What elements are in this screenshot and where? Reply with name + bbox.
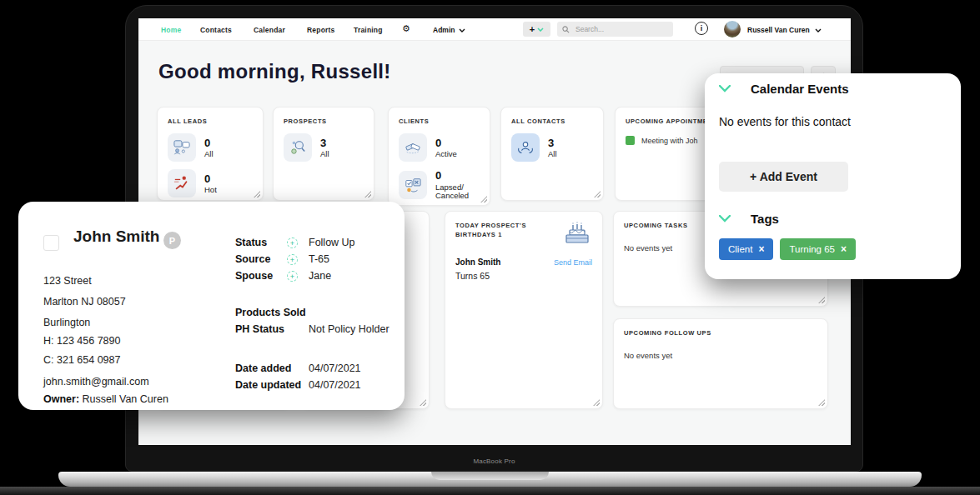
navbar: Home Contacts Calendar Reports Training … — [138, 18, 851, 41]
address-line: Marlton NJ 08057 — [43, 296, 126, 308]
add-circle-icon[interactable]: + — [287, 238, 298, 248]
stat-contacts-all[interactable]: 3 All — [511, 133, 593, 162]
search-box — [557, 22, 673, 37]
remove-tag-icon[interactable]: × — [841, 243, 847, 255]
event-label: Meeting with Joh — [641, 137, 698, 145]
contact-name: John Smith — [73, 228, 159, 246]
card-title: UPCOMING FOLLOW UPS — [624, 328, 817, 338]
macbook-base-shadow — [0, 487, 980, 495]
resize-handle[interactable] — [818, 297, 825, 303]
empty-state-text: No events yet — [624, 351, 817, 360]
field-label-spouse: Spouse — [235, 270, 273, 282]
date-added-value: 04/07/2021 — [309, 362, 361, 374]
stat-all-leads-hot[interactable]: 0 Hot — [168, 169, 253, 198]
add-event-button[interactable]: + Add Event — [719, 162, 848, 192]
stat-all-leads-all[interactable]: 0 All — [168, 133, 253, 162]
contact-checkbox[interactable] — [43, 235, 59, 251]
admin-label: Admin — [433, 26, 455, 34]
card-title: CLIENTS — [399, 117, 480, 126]
card-title: TODAY PROSPECT'S BIRTHDAYS 1 — [455, 221, 537, 240]
stat-label: Active — [435, 150, 457, 159]
contacts-care-icon — [511, 133, 540, 162]
field-label-status: Status — [235, 237, 267, 248]
nav-item-home[interactable]: Home — [161, 26, 181, 34]
plus-icon: + — [530, 25, 535, 34]
stat-value: 3 — [548, 137, 557, 150]
nav-item-admin[interactable]: Admin — [433, 26, 465, 34]
tags-list: Client × Turning 65 × — [719, 238, 856, 260]
owner-row: Owner: Russell Van Curen — [43, 393, 168, 405]
field-label-source: Source — [235, 253, 270, 265]
contact-detail-card: John Smith P 123 Street Marlton NJ 08057… — [18, 202, 405, 410]
quick-add-button[interactable]: + — [523, 22, 550, 37]
phone-home: H: 123 456 7890 — [43, 335, 120, 347]
calendar-events-toggle[interactable]: Calendar Events — [719, 82, 849, 96]
stat-clients-lapsed[interactable]: 0 Lapsed/ Canceled — [399, 169, 480, 201]
tag-client[interactable]: Client × — [719, 238, 773, 260]
owner-label: Owner: — [43, 393, 79, 405]
chevron-down-icon — [459, 28, 465, 32]
field-value-status: Follow Up — [309, 237, 355, 248]
device-label: MacBook Pro — [125, 458, 863, 465]
resize-handle[interactable] — [480, 196, 487, 202]
user-name: Russell Van Curen — [747, 26, 810, 34]
stat-value: 3 — [320, 137, 329, 150]
card-title: PROSPECTS — [284, 117, 364, 126]
event-color-square — [626, 136, 635, 145]
search-input[interactable] — [574, 24, 668, 34]
chevron-down-icon — [719, 215, 731, 222]
stat-label: All — [204, 150, 214, 159]
prospect-badge: P — [163, 232, 181, 249]
field-value-source: T-65 — [309, 253, 329, 265]
stat-prospects-all[interactable]: 3 All — [284, 133, 364, 162]
leads-chat-icon — [168, 133, 196, 162]
settings-gear-icon[interactable]: ⚙ — [402, 23, 410, 34]
no-events-text: No events for this contact — [719, 115, 851, 128]
tag-turning-65[interactable]: Turning 65 × — [780, 238, 856, 260]
nav-item-training[interactable]: Training — [354, 26, 383, 34]
add-circle-icon[interactable]: + — [287, 254, 298, 265]
card-upcoming-follow-ups: UPCOMING FOLLOW UPS No events yet — [613, 318, 828, 409]
products-sold-label: Products Sold — [235, 307, 306, 318]
resize-handle[interactable] — [818, 399, 825, 406]
field-value-spouse: Jane — [309, 270, 331, 282]
handshake-icon — [399, 133, 427, 162]
date-updated-label: Date updated — [235, 379, 301, 391]
birthday-contact-link[interactable]: John Smith — [455, 258, 500, 267]
ph-status-label: PH Status — [235, 323, 284, 335]
tags-title: Tags — [751, 212, 779, 226]
stat-card-clients: CLIENTS 0 Active 0 Lapsed/ Canceled — [388, 107, 490, 206]
tag-label: Turning 65 — [789, 244, 835, 254]
nav-item-calendar[interactable]: Calendar — [254, 26, 285, 34]
info-icon[interactable]: i — [695, 22, 708, 35]
stat-value: 0 — [435, 169, 479, 182]
resize-handle[interactable] — [420, 399, 426, 406]
page: Home Contacts Calendar Reports Training … — [0, 0, 980, 495]
stat-label: Lapsed/ Canceled — [435, 183, 479, 202]
card-title: ALL LEADS — [168, 117, 253, 126]
add-circle-icon[interactable]: + — [287, 271, 298, 282]
resize-handle[interactable] — [593, 399, 600, 406]
address-line: 123 Street — [43, 275, 92, 287]
stat-label: Hot — [204, 186, 217, 195]
date-added-label: Date added — [235, 362, 291, 374]
nav-item-reports[interactable]: Reports — [307, 26, 335, 34]
resize-handle[interactable] — [594, 191, 601, 198]
panel-title: Calendar Events — [751, 82, 849, 96]
chevron-down-icon — [719, 85, 731, 92]
nav-item-contacts[interactable]: Contacts — [200, 26, 232, 34]
chevron-down-icon — [815, 28, 822, 32]
email-text: john.smith@gmail.com — [43, 376, 149, 388]
resize-handle[interactable] — [364, 191, 371, 198]
remove-tag-icon[interactable]: × — [758, 243, 764, 255]
tags-toggle[interactable]: Tags — [719, 212, 779, 226]
stat-label: All — [320, 150, 329, 159]
chevron-down-icon — [537, 28, 544, 32]
birthday-detail: Turns 65 — [455, 271, 592, 281]
send-email-link[interactable]: Send Email — [554, 258, 592, 267]
stat-clients-active[interactable]: 0 Active — [399, 133, 480, 162]
calendar-events-panel: Calendar Events No events for this conta… — [705, 73, 961, 279]
resize-handle[interactable] — [254, 191, 260, 198]
user-menu[interactable]: Russell Van Curen — [747, 26, 822, 34]
avatar[interactable] — [724, 21, 741, 38]
